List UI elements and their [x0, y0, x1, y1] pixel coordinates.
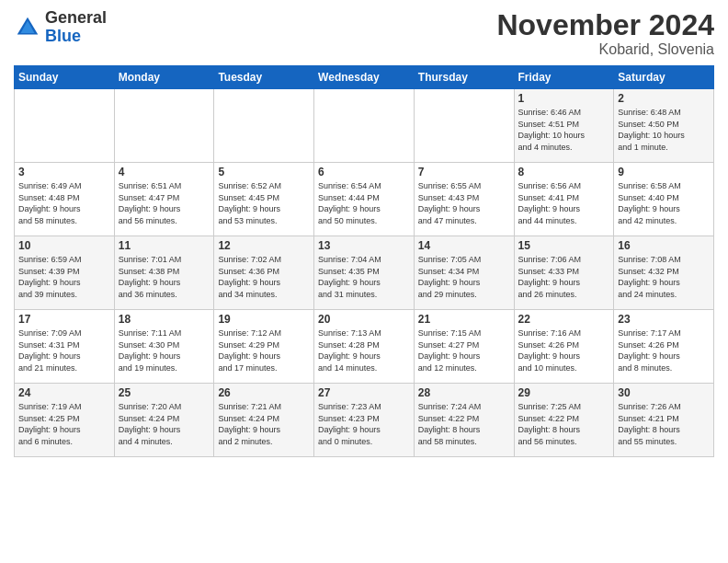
day-number: 3	[18, 166, 110, 178]
calendar-day-cell: 4Sunrise: 6:51 AM Sunset: 4:47 PM Daylig…	[114, 163, 214, 236]
calendar-week-row: 3Sunrise: 6:49 AM Sunset: 4:48 PM Daylig…	[15, 163, 714, 236]
day-number: 1	[518, 92, 610, 105]
calendar-day-cell: 21Sunrise: 7:15 AM Sunset: 4:27 PM Dayli…	[414, 310, 514, 384]
calendar-day-cell: 13Sunrise: 7:04 AM Sunset: 4:35 PM Dayli…	[314, 236, 415, 310]
weekday-header: Tuesday	[214, 66, 314, 89]
calendar-day-cell: 6Sunrise: 6:54 AM Sunset: 4:44 PM Daylig…	[314, 163, 415, 236]
day-info: Sunrise: 7:13 AM Sunset: 4:28 PM Dayligh…	[318, 327, 410, 373]
calendar-day-cell: 3Sunrise: 6:49 AM Sunset: 4:48 PM Daylig…	[15, 163, 115, 236]
day-info: Sunrise: 7:23 AM Sunset: 4:23 PM Dayligh…	[318, 401, 410, 447]
day-number: 12	[218, 239, 310, 252]
day-info: Sunrise: 7:21 AM Sunset: 4:24 PM Dayligh…	[218, 401, 310, 447]
calendar-day-cell	[114, 89, 214, 163]
day-number: 18	[119, 313, 210, 326]
day-info: Sunrise: 6:54 AM Sunset: 4:44 PM Dayligh…	[318, 180, 410, 226]
calendar-week-row: 24Sunrise: 7:19 AM Sunset: 4:25 PM Dayli…	[15, 384, 714, 457]
day-number: 19	[218, 313, 310, 326]
calendar-day-cell: 30Sunrise: 7:26 AM Sunset: 4:21 PM Dayli…	[614, 384, 714, 457]
logo-icon	[14, 14, 41, 41]
weekday-header: Thursday	[414, 66, 514, 89]
day-number: 21	[418, 313, 510, 326]
day-number: 5	[218, 166, 310, 178]
day-number: 26	[218, 386, 310, 399]
day-number: 11	[119, 239, 210, 252]
calendar-day-cell	[414, 89, 514, 163]
day-info: Sunrise: 7:05 AM Sunset: 4:34 PM Dayligh…	[418, 254, 510, 300]
day-info: Sunrise: 7:08 AM Sunset: 4:32 PM Dayligh…	[618, 254, 710, 300]
calendar-day-cell: 16Sunrise: 7:08 AM Sunset: 4:32 PM Dayli…	[614, 236, 714, 310]
day-number: 30	[618, 386, 710, 399]
calendar-day-cell: 26Sunrise: 7:21 AM Sunset: 4:24 PM Dayli…	[214, 384, 314, 457]
calendar-day-cell: 9Sunrise: 6:58 AM Sunset: 4:40 PM Daylig…	[614, 163, 714, 236]
day-info: Sunrise: 7:12 AM Sunset: 4:29 PM Dayligh…	[218, 327, 310, 373]
day-number: 4	[119, 166, 210, 178]
calendar-day-cell: 5Sunrise: 6:52 AM Sunset: 4:45 PM Daylig…	[214, 163, 314, 236]
calendar-day-cell	[15, 89, 115, 163]
calendar-day-cell	[214, 89, 314, 163]
day-number: 6	[318, 166, 410, 178]
day-number: 17	[18, 313, 110, 326]
day-info: Sunrise: 6:52 AM Sunset: 4:45 PM Dayligh…	[218, 180, 310, 226]
day-info: Sunrise: 6:58 AM Sunset: 4:40 PM Dayligh…	[618, 180, 710, 226]
calendar-day-cell: 17Sunrise: 7:09 AM Sunset: 4:31 PM Dayli…	[15, 310, 115, 384]
calendar-week-row: 1Sunrise: 6:46 AM Sunset: 4:51 PM Daylig…	[15, 89, 714, 163]
title-block: November 2024 Kobarid, Slovenia	[496, 9, 714, 58]
day-info: Sunrise: 7:19 AM Sunset: 4:25 PM Dayligh…	[18, 401, 110, 447]
day-number: 29	[518, 386, 610, 399]
location: Kobarid, Slovenia	[496, 41, 714, 58]
day-number: 9	[618, 166, 710, 178]
day-info: Sunrise: 7:11 AM Sunset: 4:30 PM Dayligh…	[119, 327, 210, 373]
day-info: Sunrise: 6:56 AM Sunset: 4:41 PM Dayligh…	[518, 180, 610, 226]
calendar-day-cell: 19Sunrise: 7:12 AM Sunset: 4:29 PM Dayli…	[214, 310, 314, 384]
calendar-day-cell: 14Sunrise: 7:05 AM Sunset: 4:34 PM Dayli…	[414, 236, 514, 310]
day-number: 16	[618, 239, 710, 252]
day-info: Sunrise: 6:46 AM Sunset: 4:51 PM Dayligh…	[518, 107, 610, 153]
day-info: Sunrise: 7:20 AM Sunset: 4:24 PM Dayligh…	[119, 401, 210, 447]
day-number: 20	[318, 313, 410, 326]
calendar-week-row: 17Sunrise: 7:09 AM Sunset: 4:31 PM Dayli…	[15, 310, 714, 384]
day-number: 13	[318, 239, 410, 252]
day-info: Sunrise: 7:17 AM Sunset: 4:26 PM Dayligh…	[618, 327, 710, 373]
weekday-header: Sunday	[15, 66, 115, 89]
weekday-header: Monday	[114, 66, 214, 89]
calendar-day-cell: 24Sunrise: 7:19 AM Sunset: 4:25 PM Dayli…	[15, 384, 115, 457]
day-info: Sunrise: 7:04 AM Sunset: 4:35 PM Dayligh…	[318, 254, 410, 300]
weekday-header: Wednesday	[314, 66, 415, 89]
day-info: Sunrise: 7:15 AM Sunset: 4:27 PM Dayligh…	[418, 327, 510, 373]
calendar-day-cell: 23Sunrise: 7:17 AM Sunset: 4:26 PM Dayli…	[614, 310, 714, 384]
day-number: 23	[618, 313, 710, 326]
day-number: 24	[18, 386, 110, 399]
calendar-day-cell: 8Sunrise: 6:56 AM Sunset: 4:41 PM Daylig…	[514, 163, 614, 236]
calendar-day-cell	[314, 89, 415, 163]
day-number: 2	[618, 92, 710, 105]
day-number: 27	[318, 386, 410, 399]
month-title: November 2024	[496, 9, 714, 41]
weekday-header: Saturday	[614, 66, 714, 89]
day-info: Sunrise: 7:16 AM Sunset: 4:26 PM Dayligh…	[518, 327, 610, 373]
logo-general-text: General	[45, 8, 107, 27]
calendar-day-cell: 10Sunrise: 6:59 AM Sunset: 4:39 PM Dayli…	[15, 236, 115, 310]
weekday-header: Friday	[514, 66, 614, 89]
day-info: Sunrise: 7:09 AM Sunset: 4:31 PM Dayligh…	[18, 327, 110, 373]
calendar-day-cell: 22Sunrise: 7:16 AM Sunset: 4:26 PM Dayli…	[514, 310, 614, 384]
calendar-day-cell: 29Sunrise: 7:25 AM Sunset: 4:22 PM Dayli…	[514, 384, 614, 457]
calendar-day-cell: 15Sunrise: 7:06 AM Sunset: 4:33 PM Dayli…	[514, 236, 614, 310]
day-number: 7	[418, 166, 510, 178]
main-container: General Blue November 2024 Kobarid, Slov…	[0, 0, 728, 466]
day-info: Sunrise: 7:01 AM Sunset: 4:38 PM Dayligh…	[119, 254, 210, 300]
day-number: 25	[119, 386, 210, 399]
day-number: 28	[418, 386, 510, 399]
calendar-day-cell: 11Sunrise: 7:01 AM Sunset: 4:38 PM Dayli…	[114, 236, 214, 310]
day-info: Sunrise: 6:59 AM Sunset: 4:39 PM Dayligh…	[18, 254, 110, 300]
calendar-day-cell: 1Sunrise: 6:46 AM Sunset: 4:51 PM Daylig…	[514, 89, 614, 163]
day-number: 8	[518, 166, 610, 178]
day-info: Sunrise: 7:26 AM Sunset: 4:21 PM Dayligh…	[618, 401, 710, 447]
calendar-table: SundayMondayTuesdayWednesdayThursdayFrid…	[14, 65, 714, 457]
calendar-day-cell: 27Sunrise: 7:23 AM Sunset: 4:23 PM Dayli…	[314, 384, 415, 457]
day-info: Sunrise: 6:51 AM Sunset: 4:47 PM Dayligh…	[119, 180, 210, 226]
day-info: Sunrise: 7:24 AM Sunset: 4:22 PM Dayligh…	[418, 401, 510, 447]
day-number: 15	[518, 239, 610, 252]
day-info: Sunrise: 7:02 AM Sunset: 4:36 PM Dayligh…	[218, 254, 310, 300]
calendar-day-cell: 28Sunrise: 7:24 AM Sunset: 4:22 PM Dayli…	[414, 384, 514, 457]
day-info: Sunrise: 6:49 AM Sunset: 4:48 PM Dayligh…	[18, 180, 110, 226]
